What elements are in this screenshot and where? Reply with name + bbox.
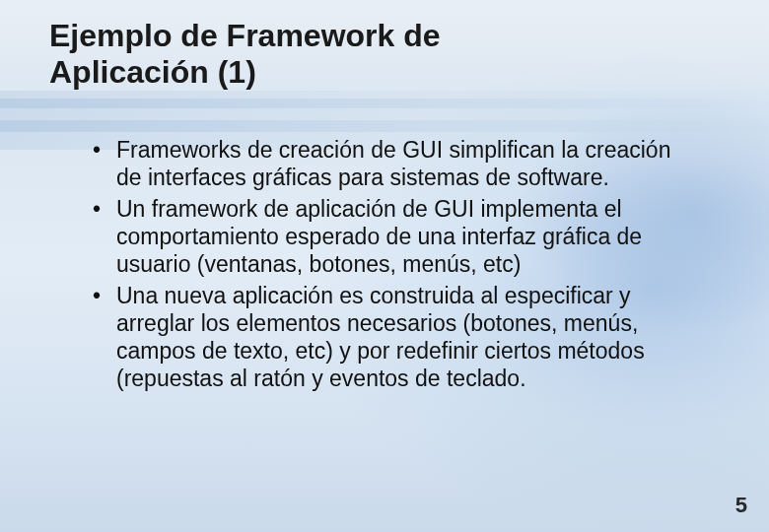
list-item: Frameworks de creación de GUI simplifica… xyxy=(93,136,694,191)
list-item: Una nueva aplicación es construida al es… xyxy=(93,282,694,392)
slide: Ejemplo de Framework de Aplicación (1) F… xyxy=(0,0,769,532)
list-item: Un framework de aplicación de GUI implem… xyxy=(93,195,694,278)
bullet-list: Frameworks de creación de GUI simplifica… xyxy=(93,136,730,392)
page-number: 5 xyxy=(735,493,747,518)
slide-body: Frameworks de creación de GUI simplifica… xyxy=(49,136,730,392)
slide-title: Ejemplo de Framework de Aplicación (1) xyxy=(49,18,601,91)
